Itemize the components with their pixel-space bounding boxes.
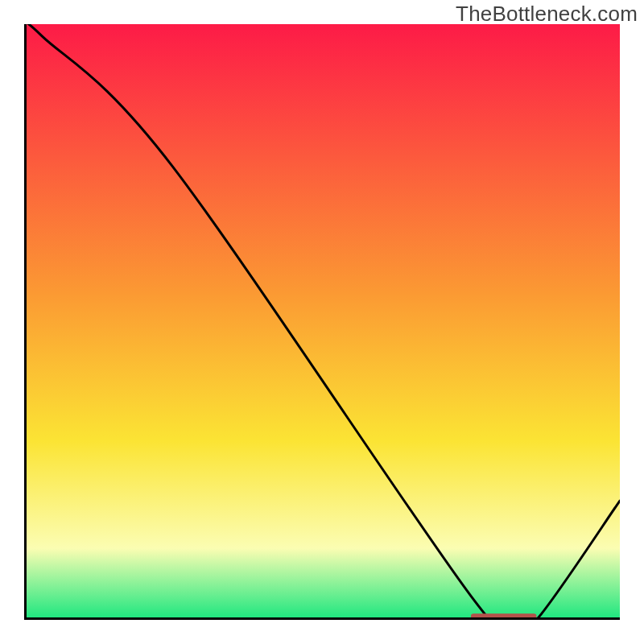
chart-minimum-marker <box>24 24 620 620</box>
x-axis-line <box>24 617 620 620</box>
y-axis-line <box>24 24 27 620</box>
chart-plot-area <box>24 24 620 620</box>
watermark-text: TheBottleneck.com <box>456 2 638 27</box>
